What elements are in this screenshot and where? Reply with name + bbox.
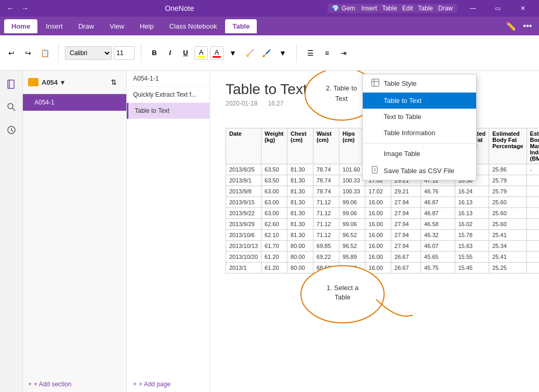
table-cell: 81.30 bbox=[287, 197, 313, 208]
add-section-button[interactable]: + + Add section bbox=[23, 376, 126, 392]
section-marker bbox=[28, 97, 31, 108]
notebooks-icon-button[interactable] bbox=[2, 75, 21, 94]
draw-mode-button[interactable]: ✏️ bbox=[504, 19, 518, 33]
redo-button[interactable]: ↪ bbox=[21, 46, 35, 60]
table-cell: 16.00 bbox=[365, 197, 391, 208]
table-cell: 81.30 bbox=[287, 219, 313, 230]
table-to-text-label: Table to Text bbox=[384, 97, 422, 104]
bullet-list-button[interactable]: ☰ bbox=[303, 46, 318, 60]
table-cell: 27.94 bbox=[391, 219, 421, 230]
table-cell: 81.30 bbox=[287, 208, 313, 219]
table-cell bbox=[527, 252, 539, 263]
close-button[interactable]: ✕ bbox=[511, 0, 535, 17]
add-page-label: + Add page bbox=[139, 381, 170, 388]
highlight-button[interactable]: A bbox=[194, 46, 208, 60]
menu-item-table-information[interactable]: Table Information bbox=[363, 125, 476, 141]
search-icon-button[interactable] bbox=[2, 98, 21, 116]
tab-view[interactable]: View bbox=[102, 19, 132, 33]
numbered-list-button[interactable]: ≡ bbox=[320, 46, 334, 60]
table-row: 2013/9/2263.0081.3071.1299.0616.0027.944… bbox=[226, 208, 540, 219]
more-options-button[interactable]: ••• bbox=[520, 19, 535, 33]
search-icon bbox=[6, 102, 17, 112]
menu-item-text-to-table[interactable]: Text to Table bbox=[363, 109, 476, 125]
table-row: 2013/9/1563.0081.3071.1299.0616.0027.944… bbox=[226, 197, 540, 208]
table-style-icon bbox=[371, 79, 379, 88]
time-value: 16:27 bbox=[268, 100, 283, 107]
format-more-button[interactable]: ▼ bbox=[226, 46, 240, 60]
gem-label: Gem bbox=[341, 5, 355, 12]
table-cell: 25.41 bbox=[489, 252, 527, 263]
format-painter-button[interactable]: 🖌️ bbox=[259, 46, 273, 60]
col-weight: Weight (kg) bbox=[261, 128, 287, 164]
font-color-button[interactable]: A bbox=[210, 46, 224, 60]
tab-draw[interactable]: Draw bbox=[71, 19, 101, 33]
svg-text:Text: Text bbox=[335, 95, 348, 102]
tab-class-notebook[interactable]: Class Notebook bbox=[162, 19, 225, 33]
page-item-2[interactable]: Quickly Extract Text f... bbox=[127, 87, 209, 103]
tab-table[interactable]: Table bbox=[225, 19, 257, 33]
page-list: A054-1-1 Quickly Extract Text f... Table… bbox=[127, 71, 210, 392]
table-cell bbox=[527, 230, 539, 241]
add-page-icon: + bbox=[133, 381, 137, 388]
ribbon: ↩ ↪ 📋 Calibri B I U A A ▼ 🧹 🖌️ ▼ ☰ ≡ ⇥ bbox=[0, 35, 539, 71]
gem-menu[interactable]: 💎 Gem Insert Table Edit Table Draw bbox=[327, 4, 457, 13]
tab-insert[interactable]: Insert bbox=[38, 19, 70, 33]
svg-line-3 bbox=[12, 108, 15, 111]
indent-button[interactable]: ⇥ bbox=[336, 46, 351, 60]
table-cell: 61.70 bbox=[261, 241, 287, 252]
dropdown-divider bbox=[363, 143, 476, 143]
table-cell: 96.52 bbox=[339, 230, 365, 241]
app-title: OneNote bbox=[165, 4, 194, 12]
menu-item-save-csv[interactable]: Save Table as CSV File bbox=[363, 162, 476, 180]
tab-home[interactable]: Home bbox=[4, 19, 37, 33]
table-cell: 101.60 bbox=[339, 164, 365, 175]
history-icon bbox=[6, 125, 17, 135]
back-button[interactable]: ← bbox=[4, 2, 17, 15]
table-cell: 25.41 bbox=[489, 230, 527, 241]
maximize-button[interactable]: ▭ bbox=[486, 0, 510, 17]
table-cell: 25.34 bbox=[489, 241, 527, 252]
table-cell bbox=[527, 175, 539, 186]
table-cell: 46.87 bbox=[421, 197, 455, 208]
font-name-select[interactable]: Calibri bbox=[65, 46, 112, 60]
nav-buttons[interactable]: ← → bbox=[4, 2, 31, 15]
save-csv-icon bbox=[371, 166, 379, 176]
table-cell: 15.78 bbox=[455, 230, 489, 241]
table-cell: 78.74 bbox=[313, 186, 339, 197]
title-bar-right: 💎 Gem Insert Table Edit Table Draw — ▭ ✕ bbox=[327, 0, 535, 17]
font-size-input[interactable] bbox=[114, 46, 135, 60]
add-page-button[interactable]: + + Add page bbox=[127, 376, 209, 392]
history-icon-button[interactable] bbox=[2, 121, 21, 139]
format-dropdown-button[interactable]: ▼ bbox=[275, 46, 290, 60]
table-cell: 16.00 bbox=[365, 219, 391, 230]
page-item-1[interactable]: A054-1-1 bbox=[127, 71, 209, 87]
table-cell: 81.30 bbox=[287, 230, 313, 241]
bold-button[interactable]: B bbox=[148, 46, 161, 60]
italic-button[interactable]: I bbox=[163, 46, 177, 60]
tab-help[interactable]: Help bbox=[133, 19, 161, 33]
forward-button[interactable]: → bbox=[19, 2, 31, 15]
clear-format-button[interactable]: 🧹 bbox=[242, 46, 257, 60]
table-cell: 25.60 bbox=[489, 208, 527, 219]
col-hips: Hips (cm) bbox=[339, 128, 365, 164]
clipboard-button[interactable]: 📋 bbox=[37, 46, 52, 60]
table-cell: 81.30 bbox=[287, 175, 313, 186]
window-controls[interactable]: — ▭ ✕ bbox=[461, 0, 535, 17]
table-cell: 25.79 bbox=[489, 175, 527, 186]
table-cell: 2013/1 bbox=[226, 263, 261, 273]
underline-button[interactable]: U bbox=[179, 46, 192, 60]
page-label-2: Quickly Extract Text f... bbox=[133, 91, 196, 98]
menu-item-image-table[interactable]: Image Table bbox=[363, 146, 476, 162]
section-item-a054-1[interactable]: A054-1 bbox=[23, 94, 126, 111]
notebook-title[interactable]: A054 ▾ bbox=[28, 78, 64, 86]
page-item-3[interactable]: Table to Text bbox=[127, 103, 209, 119]
menu-item-table-to-text[interactable]: Table to Text bbox=[363, 93, 476, 109]
minimize-button[interactable]: — bbox=[461, 0, 485, 17]
table-cell: 46.32 bbox=[421, 230, 455, 241]
add-section-label: + Add section bbox=[34, 381, 71, 388]
undo-button[interactable]: ↩ bbox=[4, 46, 19, 60]
svg-rect-14 bbox=[372, 166, 377, 173]
save-csv-label: Save Table as CSV File bbox=[384, 167, 454, 175]
menu-item-table-style[interactable]: Table Style bbox=[363, 74, 476, 93]
sort-sections-button[interactable]: ⇅ bbox=[107, 75, 121, 89]
